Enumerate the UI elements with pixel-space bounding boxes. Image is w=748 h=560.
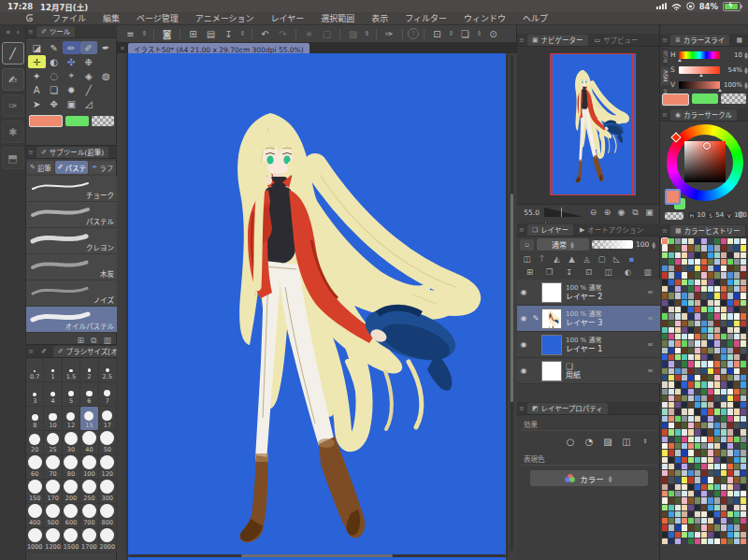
history-swatch[interactable] [701, 368, 707, 374]
history-swatch[interactable] [662, 443, 668, 449]
history-swatch[interactable] [741, 327, 746, 333]
history-swatch[interactable] [727, 327, 733, 333]
history-swatch[interactable] [734, 266, 740, 271]
history-swatch[interactable] [727, 497, 733, 503]
history-swatch[interactable] [675, 416, 681, 422]
history-swatch[interactable] [682, 280, 687, 285]
history-swatch[interactable] [675, 354, 681, 360]
history-swatch[interactable] [741, 272, 746, 278]
history-swatch[interactable] [682, 532, 687, 538]
history-swatch[interactable] [682, 409, 687, 414]
history-swatch[interactable] [662, 259, 668, 265]
history-swatch[interactable] [741, 484, 746, 490]
fit-window-icon[interactable]: ▣ [642, 207, 656, 219]
history-swatch[interactable] [682, 484, 687, 490]
history-swatch[interactable] [727, 409, 733, 414]
brush-size-17[interactable]: 17 [99, 407, 117, 431]
history-swatch[interactable] [688, 286, 694, 292]
blend-tool[interactable]: ◐ [46, 55, 64, 68]
brush-size-200[interactable]: 200 [63, 480, 80, 504]
history-swatch[interactable] [695, 450, 700, 455]
history-swatch[interactable] [662, 286, 668, 292]
history-swatch[interactable] [695, 340, 700, 346]
history-swatch[interactable] [714, 532, 720, 538]
history-swatch[interactable] [701, 354, 707, 360]
history-swatch[interactable] [708, 457, 713, 463]
history-swatch[interactable] [708, 368, 713, 374]
history-swatch[interactable] [734, 518, 740, 524]
history-swatch[interactable] [714, 280, 720, 285]
history-swatch[interactable] [682, 511, 687, 517]
history-swatch[interactable] [688, 464, 694, 469]
history-swatch[interactable] [695, 416, 700, 422]
brush-size-80[interactable]: 80 [63, 455, 80, 480]
history-swatch[interactable] [669, 497, 674, 503]
history-swatch[interactable] [662, 402, 668, 408]
color-set-tab-icon[interactable]: ▦ [736, 36, 742, 44]
history-swatch[interactable] [669, 334, 674, 339]
history-swatch[interactable] [708, 464, 713, 469]
history-swatch[interactable] [669, 437, 674, 442]
history-swatch[interactable] [734, 511, 740, 517]
history-swatch[interactable] [741, 464, 746, 469]
history-swatch[interactable] [662, 524, 668, 530]
brush-size-800[interactable]: 800 [99, 504, 117, 528]
history-swatch[interactable] [708, 511, 713, 517]
history-swatch[interactable] [708, 416, 713, 422]
brush-size-100[interactable]: 100 [80, 455, 98, 480]
brush-size-50[interactable]: 50 [99, 431, 117, 455]
subtool-group-1[interactable]: ✐パステ [55, 161, 89, 174]
history-swatch[interactable] [708, 354, 713, 360]
history-swatch[interactable] [688, 266, 694, 271]
main-menu-icon[interactable]: ≡ [122, 27, 138, 40]
brush-size-150[interactable]: 150 [26, 480, 44, 504]
panel-menu-icon[interactable]: ≡ [28, 149, 34, 156]
history-swatch[interactable] [688, 484, 694, 490]
history-swatch[interactable] [741, 532, 746, 538]
history-swatch[interactable] [682, 402, 687, 408]
history-swatch[interactable] [662, 409, 668, 414]
history-swatch[interactable] [695, 280, 700, 285]
history-swatch[interactable] [675, 381, 681, 387]
history-swatch[interactable] [714, 354, 720, 360]
color-wheel-tab[interactable]: カラーサークル [683, 109, 732, 120]
history-swatch[interactable] [675, 300, 681, 306]
zoom-tool-icon[interactable]: ⊙ [485, 27, 501, 40]
history-swatch[interactable] [701, 443, 707, 449]
history-swatch[interactable] [708, 437, 713, 442]
history-swatch[interactable] [695, 327, 700, 333]
canvas-page[interactable] [128, 53, 506, 560]
history-swatch[interactable] [688, 300, 694, 306]
history-swatch[interactable] [662, 464, 668, 469]
zoom-slider[interactable] [544, 208, 582, 217]
history-swatch[interactable] [734, 538, 740, 544]
history-swatch[interactable] [714, 423, 720, 428]
history-swatch[interactable] [727, 437, 733, 442]
history-swatch[interactable] [688, 280, 694, 285]
history-swatch[interactable] [675, 511, 681, 517]
history-swatch[interactable] [669, 395, 674, 401]
history-swatch[interactable] [721, 348, 726, 353]
history-swatch[interactable] [727, 252, 733, 258]
auto-action-tab[interactable]: オートアクション [587, 224, 643, 235]
history-swatch[interactable] [662, 266, 668, 271]
layer-visible-icon[interactable]: ◉ [517, 314, 530, 323]
history-swatch[interactable] [741, 313, 746, 319]
delete-layer-icon[interactable]: ▥ [640, 266, 654, 278]
history-swatch[interactable] [721, 409, 726, 414]
main-color-swatch[interactable] [665, 189, 681, 205]
history-swatch[interactable] [669, 402, 674, 408]
history-swatch[interactable] [734, 286, 740, 292]
layer-property-tab[interactable]: レイヤープロパティ [541, 403, 603, 413]
history-swatch[interactable] [675, 470, 681, 476]
history-swatch[interactable] [714, 470, 720, 476]
history-swatch[interactable] [675, 286, 681, 292]
history-swatch[interactable] [714, 368, 720, 374]
border-effect-icon[interactable]: ○ [563, 435, 578, 448]
fill-tool[interactable]: ◈ [80, 69, 98, 82]
history-swatch[interactable] [727, 484, 733, 490]
brush-size-60[interactable]: 60 [26, 455, 44, 480]
history-swatch[interactable] [708, 402, 713, 408]
history-swatch[interactable] [734, 532, 740, 538]
history-swatch[interactable] [727, 354, 733, 360]
